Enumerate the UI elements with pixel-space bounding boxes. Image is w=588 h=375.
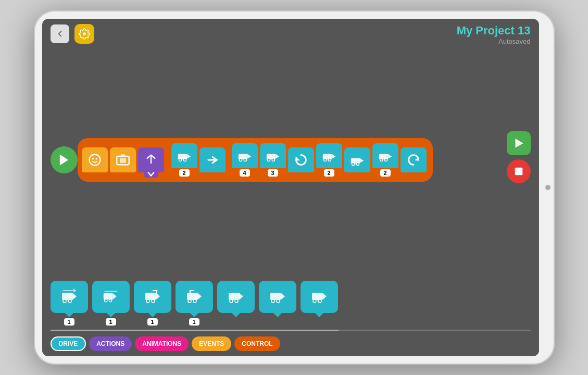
palette-block-turn-right[interactable]: 1 bbox=[134, 281, 171, 326]
svg-rect-39 bbox=[103, 293, 112, 299]
palette-block-curve-left[interactable] bbox=[259, 281, 296, 326]
svg-point-16 bbox=[244, 158, 246, 161]
palette-value[interactable]: 1 bbox=[106, 318, 116, 326]
tab-animations[interactable]: ANIMATIONS bbox=[135, 336, 189, 351]
block-drive-2[interactable]: 4 bbox=[232, 143, 258, 177]
svg-point-49 bbox=[188, 299, 191, 303]
palette-scrollbar[interactable] bbox=[51, 330, 531, 331]
svg-rect-35 bbox=[62, 293, 72, 300]
palette-block-spin[interactable] bbox=[301, 281, 338, 326]
svg-point-50 bbox=[193, 299, 196, 303]
svg-point-4 bbox=[95, 157, 97, 159]
svg-marker-52 bbox=[239, 293, 243, 300]
svg-point-12 bbox=[183, 158, 186, 161]
project-title: My Project 13 bbox=[457, 24, 531, 38]
svg-rect-47 bbox=[187, 293, 197, 300]
settings-button[interactable] bbox=[74, 24, 94, 44]
start-block[interactable] bbox=[51, 146, 78, 173]
block-scan[interactable] bbox=[110, 147, 136, 172]
svg-point-61 bbox=[313, 299, 316, 303]
svg-point-58 bbox=[277, 299, 280, 303]
svg-rect-59 bbox=[312, 293, 322, 300]
block-value[interactable]: 3 bbox=[268, 169, 278, 177]
svg-marker-44 bbox=[156, 293, 160, 300]
block-value[interactable]: 2 bbox=[324, 169, 334, 177]
back-button[interactable] bbox=[51, 24, 69, 43]
block-turn[interactable]: 3 bbox=[260, 143, 286, 177]
svg-point-2 bbox=[89, 154, 100, 165]
svg-marker-56 bbox=[281, 293, 285, 300]
svg-marker-48 bbox=[197, 293, 202, 300]
palette-value[interactable]: 1 bbox=[147, 318, 158, 326]
svg-point-3 bbox=[92, 157, 94, 159]
svg-point-41 bbox=[104, 299, 107, 302]
svg-point-46 bbox=[152, 299, 155, 303]
tablet-device: My Project 13 Autosaved bbox=[34, 10, 555, 365]
stop-button[interactable] bbox=[507, 159, 531, 183]
palette-value[interactable]: 1 bbox=[64, 318, 74, 326]
svg-rect-43 bbox=[145, 293, 156, 300]
svg-rect-34 bbox=[515, 167, 522, 175]
svg-marker-1 bbox=[59, 154, 68, 165]
svg-marker-40 bbox=[112, 293, 116, 299]
block-drive-1[interactable]: 2 bbox=[171, 143, 197, 177]
svg-marker-14 bbox=[247, 154, 251, 158]
block-drive-3[interactable]: 2 bbox=[316, 143, 342, 177]
svg-point-20 bbox=[272, 158, 274, 161]
svg-marker-60 bbox=[322, 293, 327, 300]
svg-marker-18 bbox=[276, 154, 279, 158]
svg-point-28 bbox=[356, 162, 359, 165]
svg-marker-10 bbox=[187, 154, 191, 158]
svg-point-23 bbox=[323, 158, 326, 161]
block-value[interactable]: 4 bbox=[240, 169, 250, 177]
tab-control[interactable]: CONTROL bbox=[234, 336, 280, 351]
svg-point-24 bbox=[328, 158, 331, 161]
svg-point-42 bbox=[109, 299, 111, 302]
tab-drive[interactable]: DRIVE bbox=[51, 336, 86, 351]
tab-actions[interactable]: ACTIONS bbox=[89, 336, 132, 351]
svg-marker-26 bbox=[360, 158, 364, 162]
svg-point-62 bbox=[318, 299, 321, 303]
svg-point-54 bbox=[235, 299, 238, 303]
svg-rect-55 bbox=[270, 293, 281, 300]
tab-events[interactable]: EVENTS bbox=[192, 336, 231, 351]
header: My Project 13 Autosaved bbox=[42, 19, 539, 49]
svg-point-19 bbox=[267, 158, 270, 161]
block-rotate[interactable] bbox=[288, 147, 314, 172]
canvas-area: 2 bbox=[42, 49, 539, 276]
palette-scrollbar-thumb bbox=[51, 330, 339, 331]
block-arrow-right[interactable] bbox=[199, 147, 226, 172]
svg-point-15 bbox=[239, 158, 242, 161]
play-button[interactable] bbox=[507, 131, 531, 155]
svg-point-11 bbox=[179, 158, 181, 161]
project-status: Autosaved bbox=[457, 38, 531, 45]
block-loop[interactable] bbox=[401, 147, 427, 172]
category-tabs: DRIVE ACTIONS ANIMATIONS EVENTS CONTROL bbox=[51, 334, 531, 353]
home-button-indicator bbox=[545, 185, 551, 190]
palette-block-turn-left[interactable]: 1 bbox=[176, 281, 213, 326]
palette-block-curve-right[interactable] bbox=[217, 281, 255, 326]
svg-marker-22 bbox=[332, 154, 335, 158]
svg-point-38 bbox=[68, 299, 71, 303]
svg-marker-36 bbox=[72, 293, 77, 300]
block-value[interactable]: 2 bbox=[179, 169, 190, 177]
project-info: My Project 13 Autosaved bbox=[457, 24, 531, 45]
palette-block-drive-fast[interactable]: 1 bbox=[92, 281, 130, 326]
block-drive-4[interactable]: 2 bbox=[372, 143, 398, 177]
block-smiley[interactable] bbox=[82, 147, 108, 172]
palette-blocks: 1 1 bbox=[51, 281, 531, 326]
svg-point-53 bbox=[230, 299, 233, 303]
run-controls bbox=[507, 131, 531, 183]
svg-marker-33 bbox=[515, 139, 523, 147]
screen: My Project 13 Autosaved bbox=[42, 19, 539, 356]
block-control[interactable] bbox=[138, 147, 164, 172]
palette-block-drive-forward[interactable]: 1 bbox=[51, 281, 88, 326]
block-value[interactable]: 2 bbox=[380, 169, 391, 177]
palette-value[interactable]: 1 bbox=[189, 318, 199, 326]
block-arrow-2[interactable] bbox=[344, 147, 370, 172]
svg-point-45 bbox=[146, 299, 149, 303]
svg-point-57 bbox=[271, 299, 274, 303]
palette: 1 1 bbox=[42, 276, 539, 356]
svg-rect-6 bbox=[120, 158, 126, 162]
svg-point-31 bbox=[380, 158, 382, 161]
